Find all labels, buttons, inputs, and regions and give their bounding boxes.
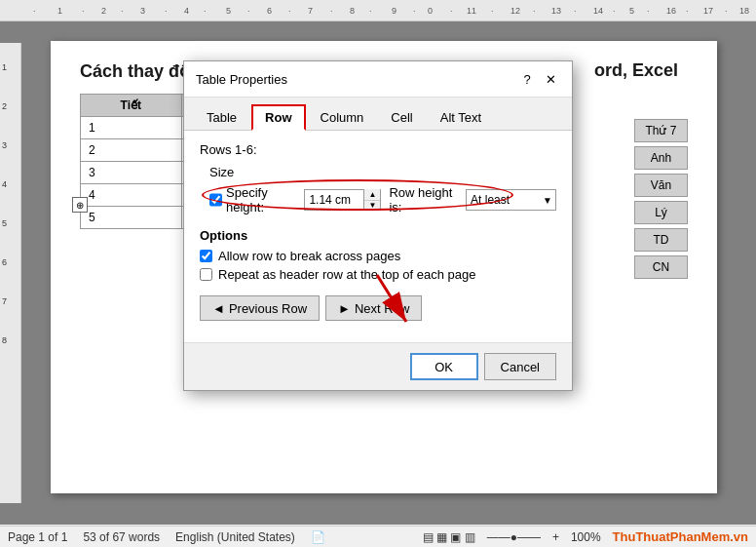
- height-spinner[interactable]: ▲ ▼: [304, 189, 381, 211]
- row-height-label: Row height is:: [389, 185, 458, 215]
- dialog-controls: ? ✕: [517, 69, 560, 89]
- row-height-select[interactable]: At least Exactly: [467, 190, 540, 210]
- break-across-pages-checkbox[interactable]: [200, 250, 212, 262]
- options-section: Options Allow row to break across pages …: [200, 228, 556, 282]
- option-row-1: Allow row to break across pages: [200, 249, 556, 263]
- table-properties-dialog: Table Properties ? ✕ Table Row Column Ce…: [183, 60, 573, 391]
- section-title: Rows 1-6:: [200, 142, 556, 157]
- dialog-body: Rows 1-6: Size Specify height:: [184, 131, 572, 342]
- ruler-top: · 1 · 2 · 3 · 4 · 5 · 6 · 7 · 8 · 9 · 0 …: [0, 0, 756, 21]
- next-row-button[interactable]: ► Next Row: [325, 295, 422, 321]
- zoom-level: 100%: [571, 530, 601, 544]
- dialog-overlay: Table Properties ? ✕ Table Row Column Ce…: [0, 21, 756, 525]
- dialog-tabs: Table Row Column Cell Alt Text: [184, 98, 572, 131]
- tab-alt-text[interactable]: Alt Text: [428, 104, 494, 131]
- specify-height-label: Specify height:: [226, 185, 296, 215]
- prev-arrow-icon: ◄: [212, 301, 225, 316]
- view-icons: ▤ ▦ ▣ ▥: [423, 530, 475, 544]
- size-section: Size Specify height: ▲ ▼: [200, 165, 556, 215]
- expand-table-icon[interactable]: ⊕: [72, 197, 88, 213]
- dialog-title: Table Properties: [196, 72, 287, 87]
- spin-down-button[interactable]: ▼: [364, 201, 380, 212]
- repeat-header-label: Repeat as header row at the top of each …: [218, 267, 476, 282]
- word-count: 53 of 67 words: [83, 530, 160, 544]
- dialog-help-button[interactable]: ?: [517, 69, 537, 89]
- specify-height-checkbox[interactable]: [209, 193, 222, 207]
- ok-button[interactable]: OK: [410, 353, 478, 380]
- spin-up-button[interactable]: ▲: [364, 189, 380, 201]
- nav-buttons: ◄ Previous Row ► Next Row: [200, 295, 556, 321]
- document-icon: 📄: [311, 530, 325, 544]
- specify-height-checkbox-label[interactable]: Specify height:: [209, 185, 296, 215]
- zoom-plus-icon[interactable]: +: [552, 530, 559, 544]
- repeat-header-checkbox[interactable]: [200, 268, 212, 281]
- dialog-titlebar: Table Properties ? ✕: [184, 61, 572, 98]
- tab-table[interactable]: Table: [194, 104, 249, 131]
- options-title: Options: [200, 228, 556, 243]
- specify-height-row: Specify height: ▲ ▼ Row height is:: [209, 185, 556, 215]
- language: English (United States): [175, 530, 295, 544]
- brand-text: ThuThuatPhanMem.vn: [613, 529, 748, 544]
- row-height-select-wrapper[interactable]: At least Exactly ▼: [466, 189, 556, 211]
- document-area: 1 2 3 4 5 6 7 8 Cách thay đổi m ord, Exc…: [0, 21, 756, 525]
- dialog-footer: OK Cancel: [184, 342, 572, 390]
- select-arrow-icon: ▼: [540, 195, 555, 206]
- height-input[interactable]: [305, 190, 363, 210]
- tab-row[interactable]: Row: [251, 104, 305, 131]
- page-info: Page 1 of 1: [8, 530, 67, 544]
- dialog-close-button[interactable]: ✕: [541, 69, 560, 89]
- break-across-pages-label: Allow row to break across pages: [218, 249, 400, 263]
- tab-cell[interactable]: Cell: [378, 104, 425, 131]
- status-right: ▤ ▦ ▣ ▥ ——●—— + 100% ThuThuatPhanMem.vn: [423, 529, 748, 544]
- cancel-button[interactable]: Cancel: [484, 353, 556, 380]
- option-row-2: Repeat as header row at the top of each …: [200, 267, 556, 282]
- zoom-slider[interactable]: ——●——: [487, 530, 541, 544]
- spinner-buttons: ▲ ▼: [363, 189, 380, 211]
- prev-row-button[interactable]: ◄ Previous Row: [200, 295, 320, 321]
- size-label: Size: [209, 165, 556, 179]
- status-bar: Page 1 of 1 53 of 67 words English (Unit…: [0, 526, 756, 547]
- tab-column[interactable]: Column: [308, 104, 377, 131]
- next-arrow-icon: ►: [338, 301, 351, 316]
